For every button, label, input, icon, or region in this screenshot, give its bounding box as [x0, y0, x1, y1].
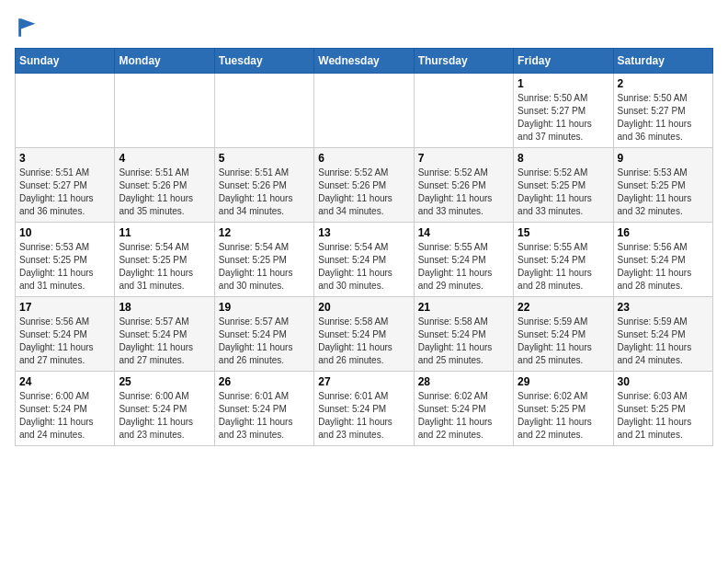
day-of-week-header: Friday: [514, 49, 613, 74]
calendar-week-row: 3Sunrise: 5:51 AMSunset: 5:27 PMDaylight…: [16, 148, 713, 223]
day-number: 6: [318, 152, 409, 165]
day-number: 27: [318, 375, 409, 388]
calendar-week-row: 1Sunrise: 5:50 AMSunset: 5:27 PMDaylight…: [16, 74, 713, 148]
day-number: 9: [618, 152, 709, 165]
day-info: Sunrise: 5:52 AMSunset: 5:25 PMDaylight:…: [518, 167, 609, 218]
calendar-week-row: 17Sunrise: 5:56 AMSunset: 5:24 PMDayligh…: [16, 297, 713, 372]
calendar-cell: 4Sunrise: 5:51 AMSunset: 5:26 PMDaylight…: [115, 148, 214, 223]
day-info: Sunrise: 5:54 AMSunset: 5:25 PMDaylight:…: [219, 241, 310, 293]
calendar-cell: 25Sunrise: 6:00 AMSunset: 5:24 PMDayligh…: [115, 372, 214, 446]
calendar-cell: 1Sunrise: 5:50 AMSunset: 5:27 PMDaylight…: [514, 74, 613, 148]
logo: [15, 15, 44, 40]
day-number: 17: [19, 301, 110, 314]
day-of-week-header: Sunday: [16, 49, 115, 74]
day-number: 16: [618, 226, 709, 239]
calendar-cell: 30Sunrise: 6:03 AMSunset: 5:25 PMDayligh…: [613, 372, 712, 446]
day-info: Sunrise: 5:55 AMSunset: 5:24 PMDaylight:…: [518, 241, 609, 293]
svg-marker-1: [18, 18, 35, 37]
day-number: 5: [219, 152, 310, 165]
calendar-cell: [115, 74, 214, 148]
day-info: Sunrise: 5:58 AMSunset: 5:24 PMDaylight:…: [418, 316, 509, 367]
calendar-cell: 26Sunrise: 6:01 AMSunset: 5:24 PMDayligh…: [214, 372, 313, 446]
day-info: Sunrise: 5:55 AMSunset: 5:24 PMDaylight:…: [418, 241, 509, 293]
calendar-cell: 21Sunrise: 5:58 AMSunset: 5:24 PMDayligh…: [414, 297, 513, 372]
day-info: Sunrise: 5:58 AMSunset: 5:24 PMDaylight:…: [318, 316, 409, 367]
day-number: 20: [318, 301, 409, 314]
day-info: Sunrise: 5:51 AMSunset: 5:27 PMDaylight:…: [19, 167, 110, 218]
day-number: 11: [119, 226, 210, 239]
day-number: 1: [518, 77, 609, 90]
calendar-cell: 24Sunrise: 6:00 AMSunset: 5:24 PMDayligh…: [16, 372, 115, 446]
calendar-cell: [414, 74, 513, 148]
calendar-cell: 16Sunrise: 5:56 AMSunset: 5:24 PMDayligh…: [613, 223, 712, 297]
calendar-cell: 29Sunrise: 6:02 AMSunset: 5:25 PMDayligh…: [514, 372, 613, 446]
calendar-cell: 3Sunrise: 5:51 AMSunset: 5:27 PMDaylight…: [16, 148, 115, 223]
calendar-cell: 19Sunrise: 5:57 AMSunset: 5:24 PMDayligh…: [214, 297, 313, 372]
day-number: 23: [618, 301, 709, 314]
day-info: Sunrise: 5:50 AMSunset: 5:27 PMDaylight:…: [618, 92, 709, 144]
day-number: 13: [318, 226, 409, 239]
day-number: 12: [219, 226, 310, 239]
page-header: [15, 15, 713, 40]
calendar-cell: 14Sunrise: 5:55 AMSunset: 5:24 PMDayligh…: [414, 223, 513, 297]
day-info: Sunrise: 6:02 AMSunset: 5:25 PMDaylight:…: [518, 390, 609, 442]
day-of-week-header: Monday: [115, 49, 214, 74]
calendar-cell: 2Sunrise: 5:50 AMSunset: 5:27 PMDaylight…: [613, 74, 712, 148]
day-number: 14: [418, 226, 509, 239]
day-info: Sunrise: 5:54 AMSunset: 5:24 PMDaylight:…: [318, 241, 409, 293]
day-info: Sunrise: 5:56 AMSunset: 5:24 PMDaylight:…: [618, 241, 709, 293]
calendar-cell: 22Sunrise: 5:59 AMSunset: 5:24 PMDayligh…: [514, 297, 613, 372]
calendar-cell: 17Sunrise: 5:56 AMSunset: 5:24 PMDayligh…: [16, 297, 115, 372]
calendar-cell: 12Sunrise: 5:54 AMSunset: 5:25 PMDayligh…: [214, 223, 313, 297]
day-number: 28: [418, 375, 509, 388]
day-number: 26: [219, 375, 310, 388]
calendar-cell: 9Sunrise: 5:53 AMSunset: 5:25 PMDaylight…: [613, 148, 712, 223]
day-number: 15: [518, 226, 609, 239]
day-info: Sunrise: 6:02 AMSunset: 5:24 PMDaylight:…: [418, 390, 509, 442]
day-info: Sunrise: 5:53 AMSunset: 5:25 PMDaylight:…: [19, 241, 110, 293]
calendar-cell: [314, 74, 414, 148]
day-number: 22: [518, 301, 609, 314]
day-info: Sunrise: 6:01 AMSunset: 5:24 PMDaylight:…: [318, 390, 409, 442]
day-number: 8: [518, 152, 609, 165]
calendar-cell: 10Sunrise: 5:53 AMSunset: 5:25 PMDayligh…: [16, 223, 115, 297]
day-number: 4: [119, 152, 210, 165]
day-info: Sunrise: 6:01 AMSunset: 5:24 PMDaylight:…: [219, 390, 310, 442]
calendar-cell: 7Sunrise: 5:52 AMSunset: 5:26 PMDaylight…: [414, 148, 513, 223]
calendar-cell: 11Sunrise: 5:54 AMSunset: 5:25 PMDayligh…: [115, 223, 214, 297]
day-info: Sunrise: 6:00 AMSunset: 5:24 PMDaylight:…: [19, 390, 110, 442]
day-number: 30: [618, 375, 709, 388]
day-info: Sunrise: 5:54 AMSunset: 5:25 PMDaylight:…: [119, 241, 210, 293]
day-number: 3: [19, 152, 110, 165]
day-number: 10: [19, 226, 110, 239]
calendar-cell: 20Sunrise: 5:58 AMSunset: 5:24 PMDayligh…: [314, 297, 414, 372]
day-of-week-header: Tuesday: [214, 49, 313, 74]
day-of-week-header: Thursday: [414, 49, 513, 74]
day-info: Sunrise: 5:57 AMSunset: 5:24 PMDaylight:…: [219, 316, 310, 367]
day-info: Sunrise: 6:00 AMSunset: 5:24 PMDaylight:…: [119, 390, 210, 442]
day-info: Sunrise: 5:51 AMSunset: 5:26 PMDaylight:…: [119, 167, 210, 218]
day-number: 29: [518, 375, 609, 388]
day-info: Sunrise: 5:51 AMSunset: 5:26 PMDaylight:…: [219, 167, 310, 218]
calendar-table: SundayMondayTuesdayWednesdayThursdayFrid…: [15, 48, 713, 446]
calendar-cell: 8Sunrise: 5:52 AMSunset: 5:25 PMDaylight…: [514, 148, 613, 223]
day-number: 19: [219, 301, 310, 314]
day-number: 7: [418, 152, 509, 165]
day-info: Sunrise: 5:52 AMSunset: 5:26 PMDaylight:…: [418, 167, 509, 218]
calendar-cell: 18Sunrise: 5:57 AMSunset: 5:24 PMDayligh…: [115, 297, 214, 372]
day-info: Sunrise: 5:59 AMSunset: 5:24 PMDaylight:…: [618, 316, 709, 367]
calendar-cell: 27Sunrise: 6:01 AMSunset: 5:24 PMDayligh…: [314, 372, 414, 446]
day-number: 2: [618, 77, 709, 90]
day-of-week-header: Wednesday: [314, 49, 414, 74]
calendar-cell: 23Sunrise: 5:59 AMSunset: 5:24 PMDayligh…: [613, 297, 712, 372]
day-info: Sunrise: 5:57 AMSunset: 5:24 PMDaylight:…: [119, 316, 210, 367]
calendar-week-row: 10Sunrise: 5:53 AMSunset: 5:25 PMDayligh…: [16, 223, 713, 297]
calendar-cell: 15Sunrise: 5:55 AMSunset: 5:24 PMDayligh…: [514, 223, 613, 297]
day-info: Sunrise: 6:03 AMSunset: 5:25 PMDaylight:…: [618, 390, 709, 442]
day-number: 18: [119, 301, 210, 314]
calendar-cell: [16, 74, 115, 148]
day-info: Sunrise: 5:56 AMSunset: 5:24 PMDaylight:…: [19, 316, 110, 367]
day-info: Sunrise: 5:52 AMSunset: 5:26 PMDaylight:…: [318, 167, 409, 218]
calendar-cell: 28Sunrise: 6:02 AMSunset: 5:24 PMDayligh…: [414, 372, 513, 446]
calendar-header-row: SundayMondayTuesdayWednesdayThursdayFrid…: [16, 49, 713, 74]
